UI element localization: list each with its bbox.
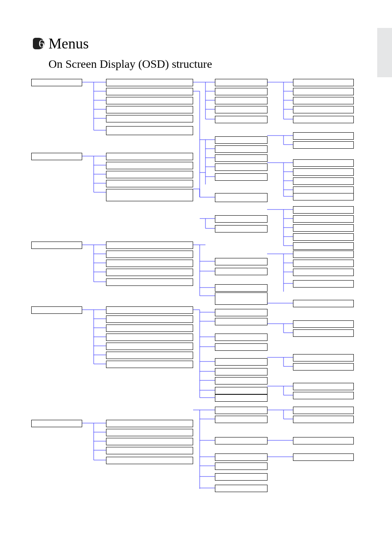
l3-node <box>215 136 267 144</box>
l4-node <box>293 269 354 276</box>
l4-node <box>293 141 354 149</box>
l2-node <box>106 429 193 436</box>
l2-node <box>106 315 193 323</box>
l3-node <box>215 88 267 95</box>
l3-node <box>215 463 267 470</box>
l2-node <box>106 447 193 454</box>
l3-node <box>215 343 267 351</box>
l3-node <box>215 268 267 275</box>
l2-node <box>106 438 193 445</box>
l3-node <box>215 358 267 366</box>
l3-node <box>215 368 267 375</box>
l2-node <box>106 180 193 187</box>
root-node-2 <box>31 153 82 160</box>
l4-node <box>293 416 354 423</box>
l3-node <box>215 173 267 181</box>
root-node-3 <box>31 242 82 249</box>
l2-node <box>106 352 193 359</box>
l2-node <box>106 189 193 201</box>
l3-node <box>215 292 267 305</box>
l4-node <box>293 224 354 232</box>
l2-node <box>106 106 193 113</box>
l2-node <box>106 278 193 286</box>
l4-node <box>293 97 354 104</box>
l2-node <box>106 171 193 178</box>
l3-node <box>215 193 267 202</box>
l4-node <box>293 280 354 288</box>
l4-node <box>293 383 354 390</box>
l2-node <box>106 325 193 332</box>
l4-node <box>293 79 354 86</box>
l3-node <box>215 97 267 104</box>
l3-node <box>215 334 267 341</box>
l4-node <box>293 177 354 185</box>
l4-node <box>293 233 354 241</box>
l4-node <box>293 116 354 123</box>
l4-node <box>293 260 354 267</box>
l2-node <box>106 162 193 169</box>
l3-node <box>215 116 267 123</box>
l3-node <box>215 473 267 481</box>
l2-node <box>106 242 193 249</box>
l4-node <box>293 159 354 167</box>
l3-node <box>215 79 267 86</box>
l3-node <box>215 284 267 292</box>
l3-node <box>215 215 267 223</box>
l4-node <box>293 363 354 371</box>
l3-node <box>215 387 267 394</box>
l3-node <box>215 394 267 402</box>
l4-node <box>293 392 354 399</box>
l3-node <box>215 377 267 384</box>
l3-node <box>215 416 267 423</box>
l3-node <box>215 485 267 492</box>
root-node-4 <box>31 306 82 314</box>
l2-node <box>106 88 193 95</box>
l3-node <box>215 145 267 153</box>
l2-node <box>106 343 193 350</box>
l2-node <box>106 260 193 267</box>
l4-node <box>293 193 354 200</box>
l4-node <box>293 300 354 307</box>
l4-node <box>293 320 354 328</box>
l4-node <box>293 168 354 176</box>
l4-node <box>293 251 354 258</box>
l2-node <box>106 97 193 104</box>
l4-node <box>293 215 354 223</box>
l4-node <box>293 407 354 414</box>
l3-node <box>215 225 267 232</box>
l4-node <box>293 242 354 250</box>
l3-node <box>215 163 267 171</box>
l4-node <box>293 453 354 461</box>
l2-node <box>106 153 193 160</box>
l2-node <box>106 251 193 258</box>
l2-node <box>106 457 193 464</box>
l4-node <box>293 132 354 140</box>
root-node-5 <box>31 420 82 427</box>
l3-node <box>215 154 267 162</box>
l3-node <box>215 258 267 265</box>
root-node-1 <box>31 79 82 86</box>
l2-node <box>106 306 193 314</box>
l3-node <box>215 453 267 461</box>
l3-node <box>215 318 267 325</box>
l4-node <box>293 206 354 214</box>
l3-node <box>215 309 267 316</box>
l2-node <box>106 126 193 135</box>
l4-node <box>293 437 354 444</box>
l4-node <box>293 88 354 95</box>
l2-node <box>106 79 193 86</box>
l4-node <box>293 106 354 113</box>
l2-node <box>106 269 193 276</box>
l2-node <box>106 115 193 122</box>
l4-node <box>293 354 354 361</box>
l3-node <box>215 437 267 444</box>
l4-node <box>293 329 354 337</box>
l2-node <box>106 361 193 368</box>
l2-node <box>106 420 193 427</box>
l3-node <box>215 407 267 414</box>
l3-node <box>215 106 267 113</box>
l2-node <box>106 334 193 341</box>
